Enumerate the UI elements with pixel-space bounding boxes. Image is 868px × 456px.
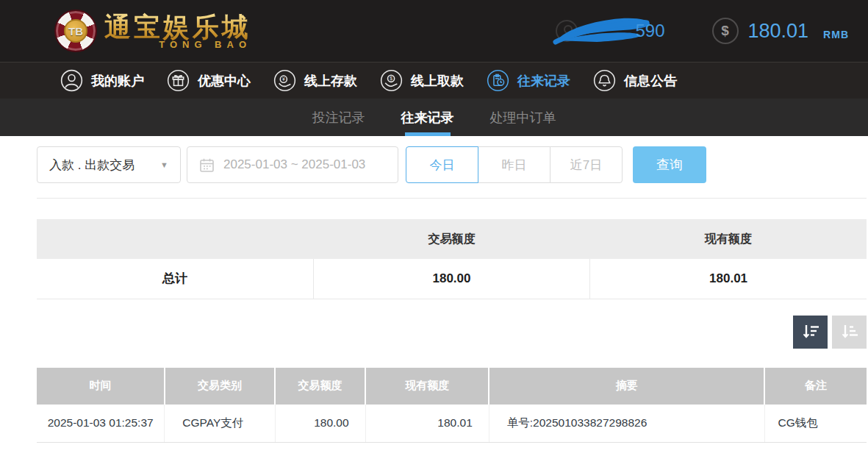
records-header-transaction-amount: 交易额度 — [275, 368, 365, 405]
records-header-summary: 摘要 — [489, 368, 764, 405]
balance-currency: RMB — [823, 22, 849, 40]
tab-processing-orders[interactable]: 处理中订单 — [489, 99, 558, 136]
sort-descending-icon — [801, 322, 820, 341]
deposit-icon: ¥ — [273, 69, 296, 92]
sort-ascending-button[interactable] — [832, 316, 867, 349]
content-area: 入款 . 出款交易 ▼ 2025-01-03 ~ 2025-01-03 今日 昨… — [0, 136, 868, 443]
nav-item-announcements[interactable]: 信息公告 — [593, 69, 677, 92]
sub-tab-bar: 投注记录 往来记录 处理中订单 — [0, 99, 868, 136]
nav-item-promotions[interactable]: 优惠中心 — [167, 69, 251, 92]
tab-betting-records[interactable]: 投注记录 — [311, 99, 367, 136]
summary-total-row: 总计 180.00 180.01 — [37, 259, 867, 299]
username-suffix: 590 — [635, 21, 664, 41]
record-summary: 单号:202501033827298826 — [489, 405, 764, 443]
record-current-amount: 180.01 — [365, 405, 489, 443]
record-type: CGPAY支付 — [165, 405, 275, 443]
sort-descending-button[interactable] — [793, 316, 828, 349]
summary-header-row: 交易额度 现有额度 — [37, 219, 867, 259]
tab-transaction-records[interactable]: 往来记录 — [400, 99, 456, 136]
record-note: CG钱包 — [764, 405, 867, 443]
divider — [37, 198, 867, 199]
username-display[interactable]: 590 — [556, 13, 664, 49]
user-icon — [60, 69, 83, 92]
sort-controls — [37, 316, 867, 349]
filter-row: 入款 . 出款交易 ▼ 2025-01-03 ~ 2025-01-03 今日 昨… — [37, 146, 867, 183]
gift-icon — [167, 69, 190, 92]
sort-ascending-icon — [840, 322, 859, 341]
summary-current-amount: 180.01 — [590, 259, 867, 299]
calendar-icon — [199, 157, 215, 173]
summary-header-empty — [37, 219, 313, 259]
transaction-type-select[interactable]: 入款 . 出款交易 ▼ — [37, 146, 181, 183]
poker-chip-logo-icon: TB — [54, 10, 97, 52]
summary-header-transaction-amount: 交易额度 — [313, 219, 589, 259]
nav-item-transaction-records[interactable]: 往来记录 — [487, 69, 570, 92]
records-header-type: 交易类别 — [165, 368, 275, 405]
date-range-input[interactable]: 2025-01-03 ~ 2025-01-03 — [187, 146, 398, 183]
records-header-note: 备注 — [764, 368, 867, 405]
site-subtitle: TONG BAO — [159, 39, 251, 50]
nav-item-withdraw[interactable]: $ 线上取款 — [380, 69, 464, 92]
bell-icon — [593, 69, 616, 92]
today-button[interactable]: 今日 — [406, 146, 478, 183]
top-header: TB 通宝娱乐城 TONG BAO 590 $ 180.01 RMB — [0, 0, 868, 62]
withdraw-icon: $ — [380, 69, 403, 92]
summary-table: 交易额度 现有额度 总计 180.00 180.01 — [37, 219, 867, 299]
date-range-value: 2025-01-03 ~ 2025-01-03 — [223, 157, 365, 172]
records-header-time: 时间 — [37, 368, 165, 405]
records-icon — [487, 69, 509, 92]
record-transaction-amount: 180.00 — [275, 405, 365, 443]
record-time: 2025-01-03 01:25:37 — [37, 405, 165, 443]
dollar-icon: $ — [712, 18, 739, 44]
transaction-type-value: 入款 . 出款交易 — [49, 157, 134, 174]
chip-monogram: TB — [64, 19, 87, 43]
records-table: 时间 交易类别 交易额度 现有额度 摘要 备注 2025-01-03 01:25… — [37, 368, 867, 443]
chevron-down-icon: ▼ — [160, 160, 168, 169]
records-header-row: 时间 交易类别 交易额度 现有额度 摘要 备注 — [37, 368, 867, 405]
site-logo[interactable]: TB 通宝娱乐城 TONG BAO — [54, 10, 251, 52]
last-7-days-button[interactable]: 近7日 — [550, 146, 623, 183]
table-row: 2025-01-03 01:25:37 CGPAY支付 180.00 180.0… — [37, 405, 867, 443]
main-nav: 我的账户 优惠中心 ¥ 线上存款 $ 线上取款 往来记录 — [0, 62, 868, 99]
site-title: 通宝娱乐城 — [104, 13, 251, 40]
summary-transaction-amount: 180.00 — [313, 259, 589, 299]
svg-text:$: $ — [390, 76, 392, 81]
query-button[interactable]: 查询 — [633, 146, 706, 183]
nav-item-deposit[interactable]: ¥ 线上存款 — [273, 69, 357, 92]
summary-total-label: 总计 — [37, 259, 313, 299]
yesterday-button[interactable]: 昨日 — [478, 146, 550, 183]
balance-amount: 180.01 — [748, 20, 809, 43]
balance-display[interactable]: $ 180.01 RMB — [712, 18, 849, 44]
nav-item-my-account[interactable]: 我的账户 — [60, 69, 144, 92]
records-header-current-amount: 现有额度 — [365, 368, 489, 405]
summary-header-current-amount: 现有额度 — [590, 219, 867, 259]
quick-range-group: 今日 昨日 近7日 — [406, 146, 623, 183]
svg-text:¥: ¥ — [282, 76, 285, 82]
